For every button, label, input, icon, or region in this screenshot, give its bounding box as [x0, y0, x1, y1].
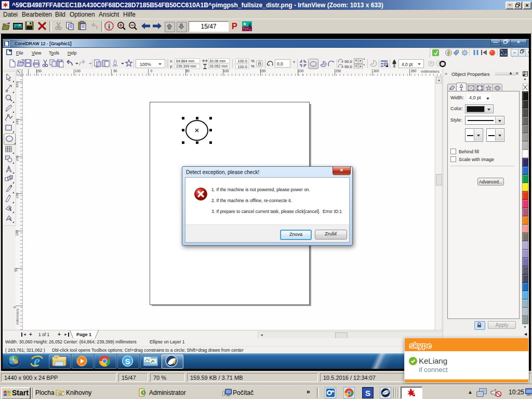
svg-text:skype: skype: [409, 341, 432, 350]
svg-text:i: i: [108, 23, 110, 30]
svg-text:S: S: [125, 357, 130, 366]
svg-text:S: S: [365, 389, 370, 397]
